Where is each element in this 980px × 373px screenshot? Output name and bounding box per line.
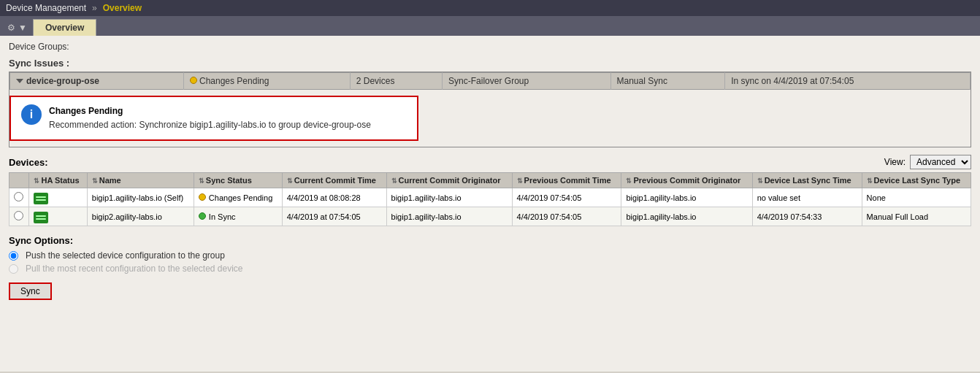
sync-group-type-label: Sync-Failover Group — [448, 76, 529, 86]
device-last-sync-type: None — [862, 188, 971, 207]
sync-option-push-label: Push the selected device configuration t… — [26, 250, 225, 261]
status-green-icon — [199, 212, 206, 220]
col-checkbox — [9, 173, 29, 188]
device-ha-status — [29, 207, 87, 226]
sync-group-type-cell: Sync-Failover Group — [443, 73, 610, 90]
device-last-sync-time: 4/4/2019 07:54:33 — [752, 207, 862, 226]
col-current-commit-time: ⇅Current Commit Time — [282, 173, 386, 188]
device-ha-status — [29, 188, 87, 207]
server-icon — [34, 212, 48, 223]
col-device-last-sync-time: ⇅Device Last Sync Time — [752, 173, 862, 188]
info-action-text: Recommended action: Synchronize bigip1.a… — [49, 118, 371, 132]
col-name: ⇅Name — [87, 173, 194, 188]
info-text-block: Changes Pending Recommended action: Sync… — [49, 104, 371, 132]
sync-button[interactable]: Sync — [9, 282, 52, 300]
col-ha-status: ⇅HA Status — [29, 173, 87, 188]
col-sync-status: ⇅Sync Status — [194, 173, 282, 188]
device-name: bigip1.agility-labs.io (Self) — [87, 188, 194, 207]
sync-group-devices-count: 2 Devices — [356, 76, 395, 86]
sync-group-name-cell[interactable]: device-group-ose — [10, 73, 184, 90]
sync-option-push-row: Push the selected device configuration t… — [9, 250, 971, 261]
device-radio[interactable] — [14, 192, 23, 201]
breadcrumb-separator: » — [92, 3, 97, 13]
info-icon: i — [21, 104, 42, 125]
main-content: Device Groups: Sync Issues : device-grou… — [0, 36, 980, 372]
device-current-commit-originator: bigip1.agility-labs.io — [386, 207, 512, 226]
device-current-commit-time: 4/4/2019 at 08:08:28 — [282, 188, 386, 207]
sync-option-push-radio[interactable] — [9, 251, 18, 261]
col-previous-commit-time: ⇅Previous Commit Time — [512, 173, 621, 188]
collapse-icon[interactable] — [16, 79, 23, 83]
info-box: i Changes Pending Recommended action: Sy… — [9, 96, 418, 141]
sync-options-header: Sync Options: — [9, 235, 971, 246]
status-yellow-icon — [199, 193, 206, 201]
sync-group-table: device-group-ose Changes Pending 2 Devic… — [9, 72, 971, 90]
sync-group-sync-type-label: Manual Sync — [617, 76, 667, 86]
view-label: View: — [884, 157, 906, 167]
devices-header-row: Devices: View: Advanced Basic — [9, 155, 971, 169]
sync-group-container: device-group-ose Changes Pending 2 Devic… — [9, 72, 971, 147]
col-previous-commit-originator: ⇅Previous Commit Originator — [621, 173, 752, 188]
breadcrumb-current: Overview — [103, 3, 142, 13]
device-radio[interactable] — [14, 211, 23, 220]
sync-group-last-sync-label: In sync on 4/4/2019 at 07:54:05 — [731, 76, 854, 86]
info-title: Changes Pending — [49, 104, 371, 118]
top-header: Device Management » Overview — [0, 0, 980, 16]
sync-group-sync-type-cell: Manual Sync — [610, 73, 725, 90]
devices-table-header-row: ⇅HA Status ⇅Name ⇅Sync Status ⇅Current C… — [9, 173, 971, 188]
tab-overview[interactable]: Overview — [33, 19, 96, 36]
sync-group-last-sync-cell: In sync on 4/4/2019 at 07:54:05 — [725, 73, 971, 90]
device-last-sync-type: Manual Full Load — [862, 207, 971, 226]
device-name: bigip2.agility-labs.io — [87, 207, 194, 226]
sync-group-devices-cell: 2 Devices — [350, 73, 442, 90]
gear-area[interactable]: ⚙ ▼ — [3, 20, 31, 36]
table-row: bigip1.agility-labs.io (Self)Changes Pen… — [9, 188, 971, 207]
device-previous-commit-time: 4/4/2019 07:54:05 — [512, 188, 621, 207]
col-current-commit-originator: ⇅Current Commit Originator — [386, 173, 512, 188]
col-device-last-sync-type: ⇅Device Last Sync Type — [862, 173, 971, 188]
device-previous-commit-originator: bigip1.agility-labs.io — [621, 188, 752, 207]
device-last-sync-time: no value set — [752, 188, 862, 207]
sync-group-status-cell: Changes Pending — [183, 73, 350, 90]
device-current-commit-originator: bigip1.agility-labs.io — [386, 188, 512, 207]
device-previous-commit-time: 4/4/2019 07:54:05 — [512, 207, 621, 226]
device-sync-status: In Sync — [194, 207, 282, 226]
tab-bar: ⚙ ▼ Overview — [0, 16, 980, 36]
device-previous-commit-originator: bigip1.agility-labs.io — [621, 207, 752, 226]
status-dot-yellow-icon — [190, 77, 197, 84]
sync-option-pull-radio[interactable] — [9, 264, 18, 274]
gear-icon[interactable]: ⚙ — [7, 23, 15, 33]
dropdown-arrow-icon[interactable]: ▼ — [18, 23, 27, 33]
devices-section-label: Devices: — [9, 157, 47, 168]
view-select[interactable]: Advanced Basic — [910, 155, 971, 169]
view-select-area: View: Advanced Basic — [884, 155, 971, 169]
app-title: Device Management — [6, 3, 86, 13]
server-icon — [34, 193, 48, 204]
sync-option-pull-label: Pull the most recent configuration to th… — [26, 264, 243, 274]
device-current-commit-time: 4/4/2019 at 07:54:05 — [282, 207, 386, 226]
devices-table: ⇅HA Status ⇅Name ⇅Sync Status ⇅Current C… — [9, 172, 971, 226]
table-row: bigip2.agility-labs.ioIn Sync4/4/2019 at… — [9, 207, 971, 226]
sync-group-row: device-group-ose Changes Pending 2 Devic… — [10, 73, 971, 90]
device-groups-label: Device Groups: — [9, 42, 971, 52]
sync-group-status-label: Changes Pending — [199, 76, 269, 86]
device-sync-status: Changes Pending — [194, 188, 282, 207]
sync-option-pull-row: Pull the most recent configuration to th… — [9, 264, 971, 274]
sync-issues-header: Sync Issues : — [9, 58, 971, 69]
sync-group-name-label: device-group-ose — [26, 76, 99, 86]
